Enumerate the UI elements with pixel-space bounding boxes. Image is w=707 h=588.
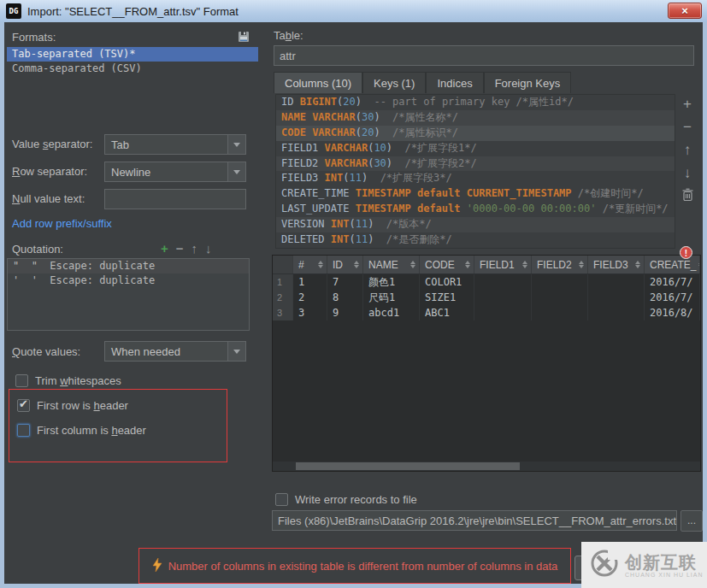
trash-icon[interactable] [677,188,698,205]
write-error-records-checkbox[interactable]: Write error records to file [275,493,417,506]
column-header-CREATE[interactable]: CREATE_ [645,256,700,273]
quotation-row[interactable]: ' ' Escape: duplicate [8,273,249,288]
move-down-icon[interactable]: ↓ [205,241,212,256]
tab-foreign-keys[interactable]: Foreign Keys [484,72,572,93]
tab-keys-1-[interactable]: Keys (1) [362,72,426,93]
grid-cell[interactable]: ABC1 [420,305,474,320]
null-value-label: Null value text: [12,192,85,205]
grid-cell[interactable] [532,305,588,320]
ddl-line[interactable]: FIELD1 VARCHAR(10) /*扩展字段1*/ [276,141,675,156]
quotation-row[interactable]: " " Escape: duplicate [8,259,249,273]
grid-cell[interactable] [532,274,588,290]
column-header-FIELD1[interactable]: FIELD1 [474,256,532,273]
grid-cell[interactable]: 2016/8/ [645,305,700,320]
grid-cell[interactable] [588,274,645,290]
grid-cell[interactable]: 尺码1 [363,290,420,305]
add-column-icon[interactable]: + [677,96,698,113]
grid-cell[interactable] [588,290,645,305]
grid-cell[interactable]: COLOR1 [420,274,474,290]
add-row-prefix-suffix-link[interactable]: Add row prefix/suffix [12,217,112,230]
sort-icon[interactable] [522,261,527,268]
grid-cell[interactable]: 颜色1 [363,274,420,290]
value-separator-combo[interactable]: Tab [104,134,246,155]
grid-cell[interactable] [474,274,532,290]
checkbox-box[interactable] [15,374,28,387]
sort-icon[interactable] [354,261,359,268]
grid-cell[interactable] [588,305,645,320]
scrollbar-thumb[interactable] [296,462,520,470]
column-header-#[interactable]: # [293,256,327,273]
move-down-icon[interactable]: ↓ [677,165,698,182]
grid-cell[interactable]: 2016/7/ [645,274,700,290]
grid-cell[interactable]: 2 [293,290,327,305]
grid-cell[interactable]: 3 [293,305,327,320]
chevron-down-icon[interactable] [227,135,245,154]
warning-text: Number of columns in existing table is d… [168,560,558,573]
sort-icon[interactable] [698,261,700,268]
table-row: 339abcd1ABC12016/8/ [273,305,700,320]
add-icon[interactable]: + [161,241,168,256]
error-file-path-input[interactable]: Files (x86)\JetBrains\DataGrip 2016.2\jr… [272,510,677,531]
ddl-line[interactable]: DELETED INT(11) /*是否删除*/ [276,232,675,248]
grid-cell[interactable]: abcd1 [363,305,420,320]
grid-cell[interactable]: 2016/7/ [645,290,700,305]
format-option[interactable]: Comma-separated (CSV) [7,62,258,76]
browse-button[interactable]: ... [680,510,703,532]
remove-column-icon[interactable]: − [677,119,698,136]
move-up-icon[interactable]: ↑ [677,142,698,159]
chevron-down-icon[interactable] [227,342,245,361]
ddl-line[interactable]: LAST_UPDATE TIMESTAMP default '0000-00-0… [276,202,675,217]
grid-cell[interactable] [474,305,532,320]
ddl-line[interactable]: NAME VARCHAR(30) /*属性名称*/ [276,110,675,126]
quote-values-combo[interactable]: When needed [104,341,246,362]
move-up-icon[interactable]: ↑ [191,241,198,256]
close-button[interactable]: × [668,3,702,19]
ddl-line[interactable]: FIELD2 VARCHAR(30) /*扩展字段2*/ [276,156,675,172]
sort-icon[interactable] [579,261,584,268]
column-header-FIELD3[interactable]: FIELD3 [588,256,645,273]
tab-columns-10-[interactable]: Columns (10) [274,72,362,93]
format-option[interactable]: Tab-separated (TSV)* [7,47,258,62]
chevron-down-icon[interactable] [227,162,245,181]
row-separator-combo[interactable]: Newline [104,162,246,182]
column-header-FIELD2[interactable]: FIELD2 [532,256,588,273]
grid-cell[interactable]: SIZE1 [420,290,474,305]
sort-icon[interactable] [410,261,415,268]
row-separator-label: Row separator: [12,165,87,178]
ddl-line[interactable]: VERSION INT(11) /*版本*/ [276,217,675,232]
grid-cell[interactable]: 7 [327,274,363,290]
grid-cell[interactable] [474,290,532,305]
sort-icon[interactable] [635,261,640,268]
column-header-ID[interactable]: ID [327,256,363,273]
remove-icon[interactable]: − [176,241,184,256]
ddl-line[interactable]: CODE VARCHAR(20) /*属性标识*/ [276,126,675,141]
dialog-content: Formats: Tab-separated (TSV)*Comma-separ… [4,22,703,584]
null-value-input[interactable] [104,189,246,209]
quotation-list: " " Escape: duplicate' ' Escape: duplica… [7,258,250,331]
checkbox-box[interactable] [17,424,30,437]
sort-icon[interactable] [318,261,323,268]
quotation-toolbar: + − ↑ ↓ [161,241,212,256]
first-column-header-checkbox[interactable]: First column is header [17,424,146,437]
first-row-header-checkbox[interactable]: First row is header [17,399,128,412]
checkbox-box[interactable] [17,399,30,412]
ddl-line[interactable]: ID BIGINT(20) -- part of primary key /*属… [276,95,675,110]
column-header-CODE[interactable]: CODE [420,256,474,273]
tab-indices[interactable]: Indices [426,72,483,93]
grid-cell[interactable]: 1 [293,274,327,290]
save-format-icon[interactable] [237,30,250,46]
column-header-NAME[interactable]: NAME [363,256,420,273]
row-number: 2 [273,290,293,305]
columns-ddl-editor[interactable]: ID BIGINT(20) -- part of primary key /*属… [275,94,675,249]
grid-cell[interactable]: 8 [327,290,363,305]
title-bar[interactable]: DG Import: "SELECT__FROM_attr.tsv" Forma… [0,0,707,22]
grid-cell[interactable]: 9 [327,305,363,320]
horizontal-scrollbar[interactable] [273,462,700,471]
checkbox-box[interactable] [275,493,288,506]
ddl-line[interactable]: FIELD3 INT(11) /*扩展字段3*/ [276,171,675,186]
sort-icon[interactable] [465,261,470,268]
table-name-input[interactable]: attr [274,45,694,66]
ddl-line[interactable]: CREATE_TIME TIMESTAMP default CURRENT_TI… [276,186,675,202]
grid-cell[interactable] [532,290,588,305]
trim-whitespaces-checkbox[interactable]: Trim whitespaces [15,374,121,387]
